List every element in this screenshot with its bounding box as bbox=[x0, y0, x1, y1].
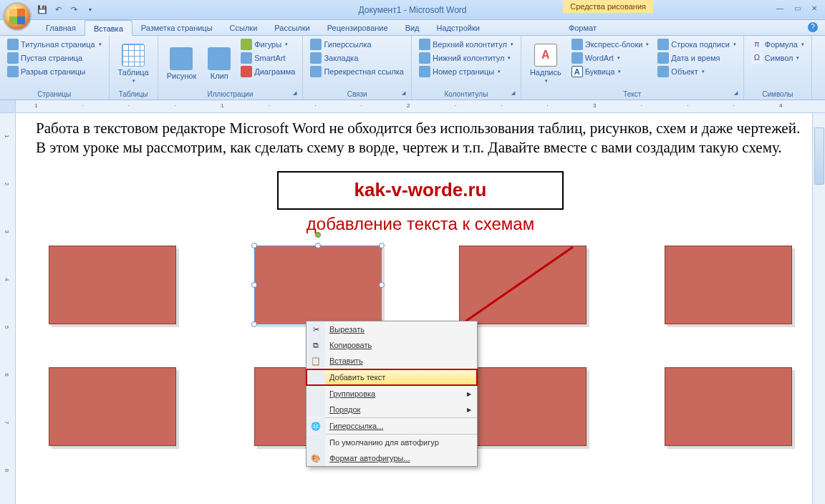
group-headerfooter: Верхний колонтитул▾ Нижний колонтитул▾ Н… bbox=[412, 36, 521, 100]
scrollbar-thumb[interactable] bbox=[814, 127, 824, 185]
cm-hyperlink[interactable]: 🌐Гиперссылка... bbox=[307, 418, 477, 434]
shape-rect[interactable] bbox=[665, 246, 792, 324]
table-button[interactable]: Таблица▾ bbox=[114, 38, 153, 89]
cm-default[interactable]: По умолчанию для автофигур bbox=[307, 435, 477, 450]
resize-handle[interactable] bbox=[251, 243, 257, 248]
wordart-button[interactable]: WordArt▾ bbox=[569, 52, 652, 64]
shapes-button[interactable]: Фигуры▾ bbox=[238, 38, 298, 51]
pagenum-button[interactable]: Номер страницы▾ bbox=[416, 65, 516, 78]
shape-rect[interactable] bbox=[49, 367, 176, 446]
tab-layout[interactable]: Разметка страницы bbox=[132, 20, 221, 36]
resize-handle[interactable] bbox=[251, 282, 257, 288]
formula-button[interactable]: πФормула▾ bbox=[748, 38, 807, 51]
cm-format-label: Формат автофигуры... bbox=[329, 454, 410, 462]
copy-icon: ⧉ bbox=[313, 341, 319, 350]
quickparts-button[interactable]: Экспресс-блоки▾ bbox=[569, 38, 652, 51]
redo-icon[interactable]: ↷ bbox=[67, 4, 80, 16]
body-paragraph[interactable]: Работа в текстовом редакторе Microsoft W… bbox=[36, 119, 805, 158]
cm-order[interactable]: Порядок▶ bbox=[307, 402, 477, 417]
cm-grouping[interactable]: Группировка▶ bbox=[307, 386, 477, 402]
rotate-handle[interactable] bbox=[315, 232, 321, 238]
tab-references[interactable]: Ссылки bbox=[221, 20, 266, 36]
resize-handle[interactable] bbox=[379, 243, 385, 248]
restore-icon[interactable]: ▭ bbox=[791, 3, 804, 13]
ruler-corner bbox=[0, 100, 16, 113]
close-icon[interactable]: ✕ bbox=[808, 3, 821, 13]
crossref-label: Перекрестная ссылка bbox=[324, 67, 404, 76]
tab-addins[interactable]: Надстройки bbox=[428, 20, 488, 36]
ruler-scale: 1 · · · 1 · · · 2 · · · 3 · · · 4 · · · … bbox=[34, 102, 825, 109]
tab-mailings[interactable]: Рассылки bbox=[266, 20, 318, 36]
pagenum-label: Номер страницы bbox=[433, 67, 494, 76]
tab-review[interactable]: Рецензирование bbox=[319, 20, 397, 36]
shape-rect-selected[interactable] bbox=[254, 246, 382, 324]
clip-button[interactable]: Клип bbox=[203, 38, 235, 89]
undo-icon[interactable]: ↶ bbox=[52, 4, 64, 16]
tab-view[interactable]: Вид bbox=[397, 20, 428, 36]
cm-hyperlink-label: Гиперссылка... bbox=[329, 422, 383, 430]
symbol-button[interactable]: ΩСимвол▾ bbox=[748, 52, 807, 64]
cm-order-label: Порядок bbox=[329, 405, 360, 414]
group-pages-label: Страницы bbox=[4, 89, 105, 100]
smartart-button[interactable]: SmartArt bbox=[238, 52, 298, 64]
qat-dropdown-icon[interactable]: ▼ bbox=[83, 4, 96, 16]
object-button[interactable]: Объект▾ bbox=[655, 65, 738, 78]
shape-rect[interactable] bbox=[49, 246, 176, 324]
blank-page-button[interactable]: Пустая страница bbox=[4, 52, 105, 64]
shape-rect[interactable] bbox=[459, 367, 587, 446]
window-controls: — ▭ ✕ bbox=[773, 3, 821, 13]
resize-handle[interactable] bbox=[379, 282, 385, 288]
tab-format[interactable]: Формат bbox=[560, 20, 605, 36]
picture-label: Рисунок bbox=[167, 72, 197, 80]
title-bar: 💾 ↶ ↷ ▼ Документ1 - Microsoft Word Средс… bbox=[0, 0, 825, 20]
group-text-label: Текст bbox=[526, 89, 739, 100]
cm-copy[interactable]: ⧉Копировать bbox=[307, 337, 477, 353]
picture-button[interactable]: Рисунок bbox=[163, 38, 201, 89]
group-headerfooter-label: Колонтитулы bbox=[416, 89, 516, 100]
resize-handle[interactable] bbox=[315, 243, 321, 248]
group-symbols-label: Символы bbox=[748, 89, 807, 100]
cm-add-text[interactable]: Добавить текст bbox=[307, 369, 477, 385]
vertical-ruler-scale: 1 2 3 4 5 6 7 8 bbox=[4, 135, 10, 493]
symbol-label: Символ bbox=[765, 54, 793, 62]
cm-copy-label: Копировать bbox=[329, 341, 372, 349]
submenu-arrow-icon: ▶ bbox=[467, 391, 471, 397]
footer-label: Нижний колонтитул bbox=[433, 54, 504, 62]
save-icon[interactable]: 💾 bbox=[36, 4, 49, 16]
dropcap-button[interactable]: AБуквица▾ bbox=[569, 65, 652, 78]
watermark-box: kak-v-worde.ru bbox=[277, 171, 564, 210]
minimize-icon[interactable]: — bbox=[773, 3, 786, 13]
header-button[interactable]: Верхний колонтитул▾ bbox=[416, 38, 516, 51]
page-break-button[interactable]: Разрыв страницы bbox=[4, 65, 105, 78]
cm-paste[interactable]: 📋Вставить bbox=[307, 353, 477, 369]
datetime-button[interactable]: Дата и время bbox=[655, 52, 738, 64]
vertical-scrollbar[interactable] bbox=[812, 113, 825, 504]
help-icon[interactable]: ? bbox=[808, 22, 818, 32]
submenu-arrow-icon: ▶ bbox=[467, 407, 471, 413]
cm-cut[interactable]: ✂Вырезать bbox=[307, 321, 477, 337]
shape-rect[interactable] bbox=[459, 246, 587, 324]
horizontal-ruler[interactable]: 1 · · · 1 · · · 2 · · · 3 · · · 4 · · · … bbox=[0, 100, 825, 113]
title-page-button[interactable]: Титульная страница▾ bbox=[4, 38, 105, 51]
group-links: Гиперссылка Закладка Перекрестная ссылка… bbox=[303, 36, 412, 100]
datetime-label: Дата и время bbox=[671, 54, 720, 62]
office-button[interactable] bbox=[3, 2, 32, 31]
wordart-label: WordArt bbox=[585, 54, 614, 62]
footer-button[interactable]: Нижний колонтитул▾ bbox=[416, 52, 516, 64]
sigline-button[interactable]: Строка подписи▾ bbox=[655, 38, 738, 51]
cm-format[interactable]: 🎨Формат автофигуры... bbox=[307, 450, 477, 466]
shapes-row-1 bbox=[36, 246, 805, 324]
bookmark-label: Закладка bbox=[324, 54, 358, 62]
shape-rect[interactable] bbox=[665, 367, 792, 446]
table-label: Таблица bbox=[118, 68, 149, 77]
vertical-ruler[interactable]: 1 2 3 4 5 6 7 8 bbox=[0, 113, 16, 504]
crossref-button[interactable]: Перекрестная ссылка bbox=[307, 65, 407, 78]
bookmark-button[interactable]: Закладка bbox=[307, 52, 407, 64]
textbox-button[interactable]: AНадпись▾ bbox=[526, 38, 566, 89]
chart-button[interactable]: Диаграмма bbox=[238, 65, 298, 78]
smartart-label: SmartArt bbox=[254, 54, 285, 62]
hyperlink-button[interactable]: Гиперссылка bbox=[307, 38, 407, 51]
tab-insert[interactable]: Вставка bbox=[85, 20, 132, 36]
tab-home[interactable]: Главная bbox=[37, 20, 85, 36]
resize-handle[interactable] bbox=[251, 321, 257, 327]
